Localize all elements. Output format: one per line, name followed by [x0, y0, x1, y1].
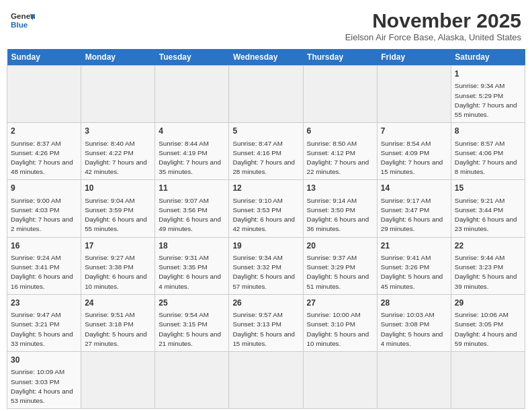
day-info: Sunrise: 8:47 AM Sunset: 4:16 PM Dayligh…: [232, 139, 299, 177]
day-info: Sunrise: 9:10 AM Sunset: 3:53 PM Dayligh…: [232, 196, 299, 234]
calendar-header: SundayMondayTuesdayWednesdayThursdayFrid…: [7, 49, 525, 66]
calendar-cell: 18Sunrise: 9:31 AM Sunset: 3:35 PM Dayli…: [155, 237, 229, 294]
day-number: 23: [11, 298, 77, 309]
subtitle: Eielson Air Force Base, Alaska, United S…: [345, 32, 521, 42]
calendar-cell: [7, 66, 81, 123]
day-info: Sunrise: 8:54 AM Sunset: 4:09 PM Dayligh…: [381, 139, 447, 177]
day-number: 1: [455, 68, 521, 80]
week-row-4: 23Sunrise: 9:47 AM Sunset: 3:21 PM Dayli…: [7, 294, 525, 351]
calendar-cell: 22Sunrise: 9:44 AM Sunset: 3:23 PM Dayli…: [451, 237, 525, 294]
calendar-cell: 16Sunrise: 9:24 AM Sunset: 3:41 PM Dayli…: [7, 237, 81, 294]
calendar-cell: 12Sunrise: 9:10 AM Sunset: 3:53 PM Dayli…: [229, 180, 303, 237]
week-row-2: 9Sunrise: 9:00 AM Sunset: 4:03 PM Daylig…: [7, 180, 525, 237]
day-number: 19: [232, 240, 299, 252]
day-number: 27: [307, 298, 373, 309]
main-title: November 2025: [345, 9, 521, 32]
day-info: Sunrise: 9:24 AM Sunset: 3:41 PM Dayligh…: [11, 253, 77, 291]
day-number: 26: [232, 298, 299, 309]
week-row-3: 16Sunrise: 9:24 AM Sunset: 3:41 PM Dayli…: [7, 237, 525, 294]
logo: General Blue: [11, 9, 35, 34]
day-info: Sunrise: 9:37 AM Sunset: 3:29 PM Dayligh…: [307, 253, 373, 291]
calendar-cell: 24Sunrise: 9:51 AM Sunset: 3:18 PM Dayli…: [81, 294, 155, 351]
day-number: 28: [381, 298, 447, 309]
day-header-tuesday: Tuesday: [155, 49, 229, 66]
day-info: Sunrise: 9:31 AM Sunset: 3:35 PM Dayligh…: [159, 253, 225, 291]
calendar-cell: 8Sunrise: 8:57 AM Sunset: 4:06 PM Daylig…: [451, 123, 525, 180]
day-number: 2: [11, 126, 77, 137]
calendar-cell: 26Sunrise: 9:57 AM Sunset: 3:13 PM Dayli…: [229, 294, 303, 351]
calendar-cell: 13Sunrise: 9:14 AM Sunset: 3:50 PM Dayli…: [303, 180, 377, 237]
day-number: 6: [307, 126, 373, 137]
day-info: Sunrise: 9:47 AM Sunset: 3:21 PM Dayligh…: [11, 310, 77, 349]
day-info: Sunrise: 8:50 AM Sunset: 4:12 PM Dayligh…: [307, 139, 373, 177]
day-info: Sunrise: 8:44 AM Sunset: 4:19 PM Dayligh…: [159, 139, 225, 177]
day-info: Sunrise: 9:34 AM Sunset: 3:32 PM Dayligh…: [232, 253, 299, 291]
calendar-body: 1Sunrise: 9:34 AM Sunset: 5:29 PM Daylig…: [7, 66, 525, 409]
calendar-cell: 6Sunrise: 8:50 AM Sunset: 4:12 PM Daylig…: [303, 123, 377, 180]
day-header-friday: Friday: [377, 49, 451, 66]
day-info: Sunrise: 9:07 AM Sunset: 3:56 PM Dayligh…: [159, 196, 225, 234]
calendar-cell: [303, 66, 377, 123]
day-number: 25: [159, 298, 225, 309]
day-number: 17: [85, 240, 151, 252]
calendar-cell: 15Sunrise: 9:21 AM Sunset: 3:44 PM Dayli…: [451, 180, 525, 237]
day-number: 10: [85, 183, 151, 194]
calendar-cell: [303, 352, 377, 409]
calendar-cell: 3Sunrise: 8:40 AM Sunset: 4:22 PM Daylig…: [81, 123, 155, 180]
calendar-cell: 28Sunrise: 10:03 AM Sunset: 3:08 PM Dayl…: [377, 294, 451, 351]
day-number: 29: [455, 298, 521, 309]
calendar-cell: 27Sunrise: 10:00 AM Sunset: 3:10 PM Dayl…: [303, 294, 377, 351]
calendar-cell: [155, 66, 229, 123]
calendar-cell: 25Sunrise: 9:54 AM Sunset: 3:15 PM Dayli…: [155, 294, 229, 351]
day-header-sunday: Sunday: [7, 49, 81, 66]
day-number: 13: [307, 183, 373, 194]
day-number: 4: [159, 126, 225, 137]
day-number: 11: [159, 183, 225, 194]
calendar-cell: [81, 352, 155, 409]
logo-icon: General Blue: [11, 9, 35, 34]
day-info: Sunrise: 9:04 AM Sunset: 3:59 PM Dayligh…: [85, 196, 151, 234]
week-row-5: 30Sunrise: 10:09 AM Sunset: 3:03 PM Dayl…: [7, 352, 525, 409]
day-info: Sunrise: 9:44 AM Sunset: 3:23 PM Dayligh…: [455, 253, 521, 291]
day-header-wednesday: Wednesday: [229, 49, 303, 66]
calendar-cell: 5Sunrise: 8:47 AM Sunset: 4:16 PM Daylig…: [229, 123, 303, 180]
day-number: 20: [307, 240, 373, 252]
calendar-cell: 17Sunrise: 9:27 AM Sunset: 3:38 PM Dayli…: [81, 237, 155, 294]
day-info: Sunrise: 9:41 AM Sunset: 3:26 PM Dayligh…: [381, 253, 447, 291]
calendar-cell: 7Sunrise: 8:54 AM Sunset: 4:09 PM Daylig…: [377, 123, 451, 180]
day-info: Sunrise: 10:06 AM Sunset: 3:05 PM Daylig…: [455, 310, 521, 349]
day-info: Sunrise: 9:00 AM Sunset: 4:03 PM Dayligh…: [11, 196, 77, 234]
calendar-cell: 11Sunrise: 9:07 AM Sunset: 3:56 PM Dayli…: [155, 180, 229, 237]
day-info: Sunrise: 9:27 AM Sunset: 3:38 PM Dayligh…: [85, 253, 151, 291]
calendar-cell: [377, 66, 451, 123]
calendar-cell: [377, 352, 451, 409]
calendar-table: SundayMondayTuesdayWednesdayThursdayFrid…: [7, 49, 525, 409]
svg-text:Blue: Blue: [11, 20, 28, 29]
day-number: 30: [11, 355, 77, 366]
days-of-week-row: SundayMondayTuesdayWednesdayThursdayFrid…: [7, 49, 525, 66]
calendar-cell: [229, 352, 303, 409]
day-number: 9: [11, 183, 77, 194]
day-info: Sunrise: 9:34 AM Sunset: 5:29 PM Dayligh…: [455, 81, 521, 120]
calendar-cell: 9Sunrise: 9:00 AM Sunset: 4:03 PM Daylig…: [7, 180, 81, 237]
calendar-cell: 2Sunrise: 8:37 AM Sunset: 4:26 PM Daylig…: [7, 123, 81, 180]
day-number: 3: [85, 126, 151, 137]
day-info: Sunrise: 9:57 AM Sunset: 3:13 PM Dayligh…: [232, 310, 299, 349]
day-number: 12: [232, 183, 299, 194]
calendar-cell: 21Sunrise: 9:41 AM Sunset: 3:26 PM Dayli…: [377, 237, 451, 294]
day-number: 24: [85, 298, 151, 309]
calendar-cell: 4Sunrise: 8:44 AM Sunset: 4:19 PM Daylig…: [155, 123, 229, 180]
day-info: Sunrise: 8:40 AM Sunset: 4:22 PM Dayligh…: [85, 139, 151, 177]
day-header-saturday: Saturday: [451, 49, 525, 66]
day-number: 21: [381, 240, 447, 252]
day-info: Sunrise: 9:54 AM Sunset: 3:15 PM Dayligh…: [159, 310, 225, 349]
day-info: Sunrise: 9:17 AM Sunset: 3:47 PM Dayligh…: [381, 196, 447, 234]
day-info: Sunrise: 8:57 AM Sunset: 4:06 PM Dayligh…: [455, 139, 521, 177]
page-header: General Blue November 2025 Eielson Air F…: [7, 7, 525, 45]
calendar-cell: [451, 352, 525, 409]
calendar-cell: 20Sunrise: 9:37 AM Sunset: 3:29 PM Dayli…: [303, 237, 377, 294]
day-info: Sunrise: 9:51 AM Sunset: 3:18 PM Dayligh…: [85, 310, 151, 349]
day-number: 5: [232, 126, 299, 137]
day-info: Sunrise: 9:21 AM Sunset: 3:44 PM Dayligh…: [455, 196, 521, 234]
day-number: 14: [381, 183, 447, 194]
